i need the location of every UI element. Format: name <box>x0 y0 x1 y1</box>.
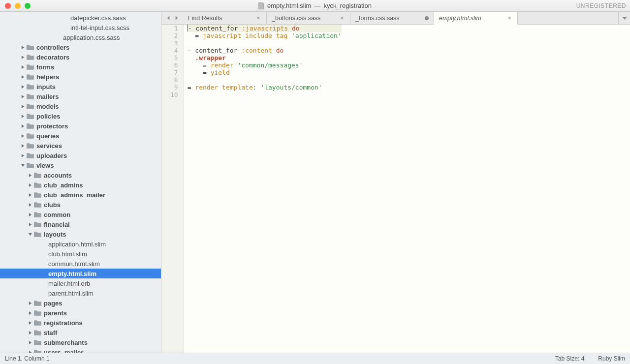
chevron-right-icon[interactable] <box>20 44 26 50</box>
code-token: - content_for <box>188 47 242 54</box>
tab-history-back[interactable] <box>165 15 171 21</box>
tabbar: Find Results×_buttons.css.sass×_forms.cs… <box>161 12 630 25</box>
tree-file[interactable]: datepicker.css.sass <box>0 13 161 23</box>
folder-icon <box>26 63 34 70</box>
folder-icon <box>26 44 34 51</box>
chevron-down-icon[interactable] <box>20 162 26 168</box>
code-line[interactable] <box>188 39 342 47</box>
minimize-window-button[interactable] <box>15 3 21 9</box>
tree-folder[interactable]: controllers <box>0 42 161 52</box>
tree-file[interactable]: club.html.slim <box>0 249 161 259</box>
tree-file[interactable]: application.html.slim <box>0 239 161 249</box>
tree-folder[interactable]: clubs <box>0 200 161 210</box>
code-line[interactable] <box>188 76 342 84</box>
tree-file[interactable]: intl-tel-input.css.scss <box>0 23 161 32</box>
code-line[interactable]: = yield <box>188 69 342 76</box>
tree-folder[interactable]: financial <box>0 219 161 229</box>
tab-overflow-button[interactable] <box>618 12 630 24</box>
tab-close-icon[interactable]: × <box>506 15 512 21</box>
chevron-right-icon[interactable] <box>20 123 26 129</box>
chevron-right-icon[interactable] <box>20 133 26 139</box>
tab[interactable]: empty.html.slim× <box>434 12 518 25</box>
chevron-right-icon[interactable] <box>20 54 26 60</box>
tree-file[interactable]: mailer.html.erb <box>0 278 161 288</box>
chevron-right-icon[interactable] <box>27 221 33 227</box>
code-line[interactable] <box>188 91 342 98</box>
chevron-right-icon[interactable] <box>20 93 26 99</box>
folder-icon <box>33 182 41 188</box>
tree-folder[interactable]: club_admins_mailer <box>0 190 161 200</box>
code-content[interactable]: - content_for :javascripts do = javascri… <box>184 25 342 353</box>
chevron-right-icon[interactable] <box>27 202 33 208</box>
chevron-right-icon[interactable] <box>20 152 26 158</box>
tree-file[interactable]: empty.html.slim <box>0 269 161 278</box>
code-line[interactable]: = render template: 'layouts/common' <box>188 84 342 91</box>
tree-folder[interactable]: models <box>0 101 161 111</box>
tab[interactable]: _buttons.css.sass× <box>267 12 350 24</box>
chevron-right-icon[interactable] <box>20 84 26 90</box>
tree-folder[interactable]: uploaders <box>0 151 161 160</box>
chevron-right-icon[interactable] <box>20 113 26 119</box>
code-token <box>272 47 276 54</box>
tree-folder[interactable]: views <box>0 160 161 170</box>
zoom-window-button[interactable] <box>25 3 31 9</box>
code-line[interactable]: = render 'common/messages' <box>188 61 342 69</box>
tab[interactable]: Find Results× <box>183 12 267 24</box>
chevron-right-icon[interactable] <box>27 172 33 178</box>
chevron-right-icon[interactable] <box>27 310 33 316</box>
status-language[interactable]: Ruby Slim <box>598 355 625 362</box>
tree-file[interactable]: common.html.slim <box>0 259 161 269</box>
tab-close-icon[interactable]: × <box>339 15 345 21</box>
code-line[interactable]: - content_for :javascripts do <box>188 25 342 32</box>
tree-file[interactable]: application.css.sass <box>0 32 161 42</box>
chevron-right-icon[interactable] <box>20 143 26 149</box>
tree-file[interactable]: parent.html.slim <box>0 288 161 298</box>
tree-folder[interactable]: protectors <box>0 121 161 131</box>
tree-folder[interactable]: staff <box>0 328 161 337</box>
folder-icon <box>33 300 41 306</box>
chevron-right-icon[interactable] <box>20 64 26 70</box>
code-line[interactable]: = javascript_include_tag 'application' <box>188 32 342 39</box>
tree-folder[interactable]: helpers <box>0 72 161 82</box>
tab-history-forward[interactable] <box>173 15 179 21</box>
tree-folder[interactable]: queries <box>0 131 161 141</box>
tree-folder[interactable]: submerchants <box>0 337 161 347</box>
tree-folder[interactable]: common <box>0 210 161 219</box>
chevron-right-icon[interactable] <box>27 349 33 353</box>
tree-folder[interactable]: pages <box>0 298 161 308</box>
tab-close-icon[interactable]: × <box>255 15 261 21</box>
code-editor[interactable]: 12345678910 - content_for :javascripts d… <box>161 25 630 353</box>
tree-folder[interactable]: registrations <box>0 318 161 328</box>
tree-folder[interactable]: services <box>0 141 161 151</box>
chevron-right-icon[interactable] <box>27 330 33 335</box>
chevron-right-icon[interactable] <box>27 300 33 306</box>
tree-folder[interactable]: forms <box>0 62 161 72</box>
tree-folder[interactable]: parents <box>0 308 161 318</box>
chevron-right-icon[interactable] <box>27 192 33 198</box>
status-position[interactable]: Line 1, Column 1 <box>5 355 50 362</box>
chevron-down-icon[interactable] <box>27 231 33 237</box>
chevron-right-icon[interactable] <box>20 103 26 109</box>
code-line[interactable]: .wrapper <box>188 54 342 61</box>
tree-folder[interactable]: decorators <box>0 52 161 62</box>
sidebar[interactable]: datepicker.css.sassintl-tel-input.css.sc… <box>0 12 161 353</box>
chevron-right-icon[interactable] <box>27 182 33 188</box>
tree-folder[interactable]: layouts <box>0 229 161 239</box>
chevron-right-icon[interactable] <box>27 320 33 326</box>
tab[interactable]: _forms.css.sass <box>350 12 434 24</box>
close-window-button[interactable] <box>5 3 11 9</box>
code-line[interactable]: - content_for :content do <box>188 47 342 54</box>
tree-folder[interactable]: users_mailer <box>0 347 161 353</box>
tree-folder[interactable]: accounts <box>0 170 161 180</box>
chevron-right-icon[interactable] <box>27 339 33 345</box>
chevron-right-icon[interactable] <box>20 74 26 80</box>
tree-folder[interactable]: club_admins <box>0 180 161 190</box>
tree-item-label: services <box>36 142 62 150</box>
tree-folder[interactable]: policies <box>0 111 161 121</box>
tree-folder[interactable]: inputs <box>0 82 161 91</box>
chevron-right-icon[interactable] <box>27 212 33 217</box>
code-token <box>288 25 292 32</box>
tree-folder[interactable]: mailers <box>0 91 161 101</box>
status-tab-size[interactable]: Tab Size: 4 <box>555 355 584 362</box>
main-split: datepicker.css.sassintl-tel-input.css.sc… <box>0 12 630 353</box>
